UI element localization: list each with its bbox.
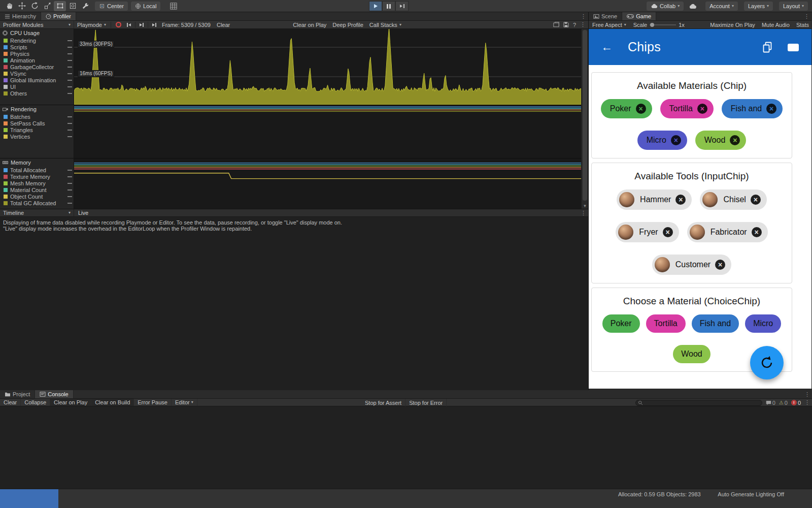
profiler-tab-menu-icon[interactable]: ⋮ xyxy=(581,12,586,21)
profiler-modules-dropdown[interactable]: Profiler Modules▾ xyxy=(0,21,74,28)
chip-tortilla[interactable]: Tortilla× xyxy=(660,99,714,118)
grid-snap-button[interactable] xyxy=(167,1,180,11)
tab-project[interactable]: Project xyxy=(0,390,35,398)
maximize-on-play-toggle[interactable]: Maximize On Play xyxy=(710,22,755,28)
console-clear-on-play-toggle[interactable]: Clear on Play xyxy=(50,399,91,406)
pause-button[interactable] xyxy=(382,1,395,11)
space-toggle-button[interactable]: Local xyxy=(131,2,160,11)
stats-toggle[interactable]: Stats xyxy=(796,22,809,28)
memory-chart[interactable] xyxy=(74,158,581,209)
profiler-menu-icon[interactable]: ⋮ xyxy=(580,21,586,28)
stop-for-error-toggle[interactable]: Stop for Error xyxy=(405,399,447,406)
module-row-mesh-memory[interactable]: Mesh Memory xyxy=(0,180,74,186)
module-row-texture-memory[interactable]: Texture Memory xyxy=(0,173,74,180)
warning-counter[interactable]: ⚠ 0 xyxy=(779,400,788,406)
chip-customer[interactable]: Customer× xyxy=(652,255,731,275)
delete-icon[interactable]: × xyxy=(697,104,707,114)
custom-tool-button[interactable] xyxy=(79,1,91,11)
load-window-icon[interactable] xyxy=(553,22,559,27)
module-row-setpass-calls[interactable]: SetPass Calls xyxy=(0,120,74,126)
console-clear-button[interactable]: Clear xyxy=(0,399,21,406)
error-counter[interactable]: ! 0 xyxy=(791,400,801,406)
scale-slider-thumb[interactable] xyxy=(650,23,654,27)
delete-icon[interactable]: × xyxy=(751,195,761,205)
module-row-garbagecollector[interactable]: GarbageCollector xyxy=(0,64,74,70)
module-row-total-gc-allocated[interactable]: Total GC Allocated xyxy=(0,200,74,206)
clear-on-build-toggle[interactable]: Clear on Build xyxy=(91,399,134,406)
console-search-input[interactable] xyxy=(645,400,756,405)
refresh-fab-button[interactable] xyxy=(750,346,784,379)
move-tool-button[interactable] xyxy=(16,1,28,11)
record-button[interactable] xyxy=(116,22,121,27)
console-menu-icon[interactable]: ⋮ xyxy=(804,399,810,406)
delete-icon[interactable]: × xyxy=(675,195,686,205)
chip-micro[interactable]: Micro xyxy=(745,314,781,333)
delete-icon[interactable]: × xyxy=(730,135,740,145)
live-toggle[interactable]: Live xyxy=(78,210,88,216)
rect-tool-button[interactable] xyxy=(54,1,66,11)
hand-tool-button[interactable] xyxy=(3,1,15,11)
tab-profiler[interactable]: Profiler xyxy=(41,12,76,20)
console-search-field[interactable] xyxy=(635,400,762,406)
module-row-scripts[interactable]: Scripts xyxy=(0,44,74,50)
chip-fish-and[interactable]: Fish and xyxy=(692,314,739,333)
module-row-object-count[interactable]: Object Count xyxy=(0,193,74,200)
module-section-header[interactable]: CPU Usage xyxy=(0,29,74,37)
cast-icon[interactable] xyxy=(787,42,799,52)
clear-button[interactable]: Clear xyxy=(214,21,233,28)
mute-audio-toggle[interactable]: Mute Audio xyxy=(762,22,790,28)
module-row-batches[interactable]: Batches xyxy=(0,113,74,120)
game-tab-menu-icon[interactable]: ⋮ xyxy=(804,12,809,21)
delete-icon[interactable]: × xyxy=(752,227,762,237)
chip-fish-and[interactable]: Fish and× xyxy=(722,99,783,118)
chip-poker[interactable]: Poker xyxy=(602,314,640,333)
chip-wood[interactable]: Wood× xyxy=(695,131,747,150)
scale-tool-button[interactable] xyxy=(41,1,53,11)
detail-menu-icon[interactable]: ⋮ xyxy=(581,209,586,217)
scrollbar-thumb[interactable] xyxy=(583,30,587,201)
tab-console[interactable]: Console xyxy=(35,390,73,398)
transform-tool-button[interactable] xyxy=(66,1,79,11)
tab-scene[interactable]: Scene xyxy=(589,12,622,20)
layers-dropdown[interactable]: Layers▾ xyxy=(744,2,773,11)
error-pause-toggle[interactable]: Error Pause xyxy=(134,399,172,406)
module-row-global-illumination[interactable]: Global Illumination xyxy=(0,77,74,83)
delete-icon[interactable]: × xyxy=(715,260,725,270)
module-row-material-count[interactable]: Material Count xyxy=(0,186,74,193)
profiler-scrollbar[interactable]: ▼ xyxy=(581,29,588,209)
chip-fabricator[interactable]: Fabricator× xyxy=(687,222,768,242)
chip-poker[interactable]: Poker× xyxy=(601,99,652,118)
chip-hammer[interactable]: Hammer× xyxy=(617,189,692,210)
first-frame-button[interactable] xyxy=(124,21,133,28)
module-section-header[interactable]: Rendering xyxy=(0,105,74,113)
module-row-vertices[interactable]: Vertices xyxy=(0,133,74,140)
collapse-toggle[interactable]: Collapse xyxy=(21,399,50,406)
module-row-physics[interactable]: Physics xyxy=(0,50,74,57)
deep-profile-toggle[interactable]: Deep Profile xyxy=(329,21,366,28)
module-section-header[interactable]: Memory xyxy=(0,158,74,167)
cloud-services-button[interactable] xyxy=(687,1,699,11)
play-button[interactable] xyxy=(369,1,382,11)
console-log-area[interactable] xyxy=(0,406,812,489)
help-icon[interactable]: ? xyxy=(573,22,576,28)
delete-icon[interactable]: × xyxy=(663,227,673,237)
account-dropdown[interactable]: Account▾ xyxy=(705,2,738,11)
info-counter[interactable]: 0 xyxy=(766,400,775,406)
chip-chisel[interactable]: Chisel× xyxy=(700,189,766,210)
rotate-tool-button[interactable] xyxy=(28,1,41,11)
scroll-down-icon[interactable]: ▼ xyxy=(582,204,588,208)
console-tab-menu-icon[interactable]: ⋮ xyxy=(804,390,810,399)
collab-dropdown[interactable]: Collab▾ xyxy=(647,2,684,11)
delete-icon[interactable]: × xyxy=(671,135,681,145)
module-row-vsync[interactable]: VSync xyxy=(0,70,74,77)
save-icon[interactable] xyxy=(563,22,569,27)
delete-icon[interactable]: × xyxy=(636,104,646,114)
detail-view-dropdown[interactable]: Timeline▾ xyxy=(0,209,74,216)
current-frame-button[interactable] xyxy=(150,21,159,28)
stop-for-assert-toggle[interactable]: Stop for Assert xyxy=(361,399,405,406)
playmode-target-dropdown[interactable]: Playmode▾ xyxy=(74,21,109,28)
back-arrow-icon[interactable]: ← xyxy=(601,41,613,53)
module-row-triangles[interactable]: Triangles xyxy=(0,126,74,133)
layout-dropdown[interactable]: Layout▾ xyxy=(779,2,808,11)
scale-slider[interactable] xyxy=(650,24,676,25)
